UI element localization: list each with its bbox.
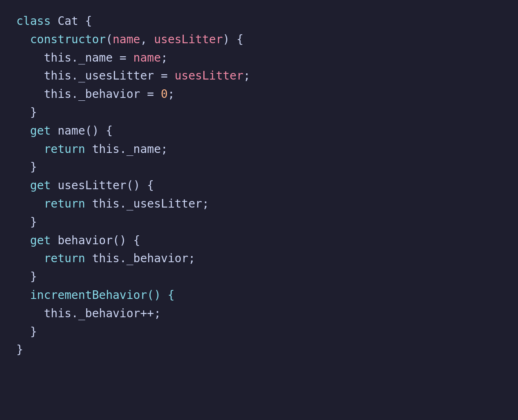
token: }	[16, 106, 37, 119]
token: name	[133, 51, 161, 64]
token: }	[16, 270, 37, 283]
token: ;	[168, 87, 175, 101]
token	[16, 234, 30, 247]
code-line: return this._usesLitter;	[16, 195, 502, 213]
code-line: }	[16, 104, 502, 122]
code-line: return this._name;	[16, 140, 502, 159]
token: usesLitter() {	[51, 179, 154, 192]
token: this._usesLitter;	[85, 197, 209, 210]
code-line: this._behavior++;	[16, 305, 502, 323]
token: return	[44, 142, 85, 156]
code-line: class Cat {	[16, 12, 502, 31]
code-line: }	[16, 323, 502, 341]
token: this._name =	[16, 51, 133, 64]
token: }	[16, 160, 37, 174]
token: this._usesLitter =	[16, 69, 175, 82]
token: usesLitter	[154, 33, 223, 46]
token: }	[16, 343, 23, 356]
token: name() {	[51, 124, 113, 137]
token: get	[30, 234, 51, 247]
token: }	[16, 215, 37, 229]
token: incrementBehavior() {	[16, 288, 175, 302]
token: this._name;	[85, 142, 168, 156]
token: this._behavior++;	[16, 307, 161, 320]
token: get	[30, 179, 51, 192]
token: ) {	[223, 33, 244, 46]
token: return	[44, 197, 85, 210]
token: this._behavior =	[16, 87, 161, 101]
token: ,	[140, 33, 154, 46]
token: ;	[243, 69, 250, 82]
code-line: incrementBehavior() {	[16, 286, 502, 305]
code-line: get behavior() {	[16, 232, 502, 250]
token	[16, 252, 44, 265]
code-line: get usesLitter() {	[16, 177, 502, 195]
token: 0	[161, 87, 168, 101]
token	[16, 179, 30, 192]
token: usesLitter	[175, 69, 244, 82]
token	[16, 197, 44, 210]
token: class	[16, 14, 58, 28]
token: }	[16, 325, 37, 338]
code-line: this._behavior = 0;	[16, 85, 502, 104]
token	[16, 142, 44, 156]
token: ;	[161, 51, 168, 64]
token: Cat	[58, 14, 78, 28]
token: {	[78, 14, 92, 28]
token: return	[44, 252, 85, 265]
code-line: }	[16, 213, 502, 232]
code-content: class Cat { constructor(name, usesLitter…	[16, 12, 502, 359]
code-line: this._name = name;	[16, 49, 502, 67]
token: behavior() {	[51, 234, 140, 247]
code-line: return this._behavior;	[16, 250, 502, 268]
token: (	[106, 33, 113, 46]
token: name	[113, 33, 140, 46]
code-editor: class Cat { constructor(name, usesLitter…	[16, 12, 502, 359]
code-line: constructor(name, usesLitter) {	[16, 31, 502, 49]
code-line: this._usesLitter = usesLitter;	[16, 67, 502, 85]
token: this._behavior;	[85, 252, 196, 265]
code-line: }	[16, 268, 502, 286]
code-line: get name() {	[16, 122, 502, 140]
token	[16, 33, 30, 46]
token: get	[30, 124, 51, 137]
token: constructor	[30, 33, 106, 46]
code-line: }	[16, 341, 502, 359]
code-line: }	[16, 158, 502, 177]
token	[16, 124, 30, 137]
